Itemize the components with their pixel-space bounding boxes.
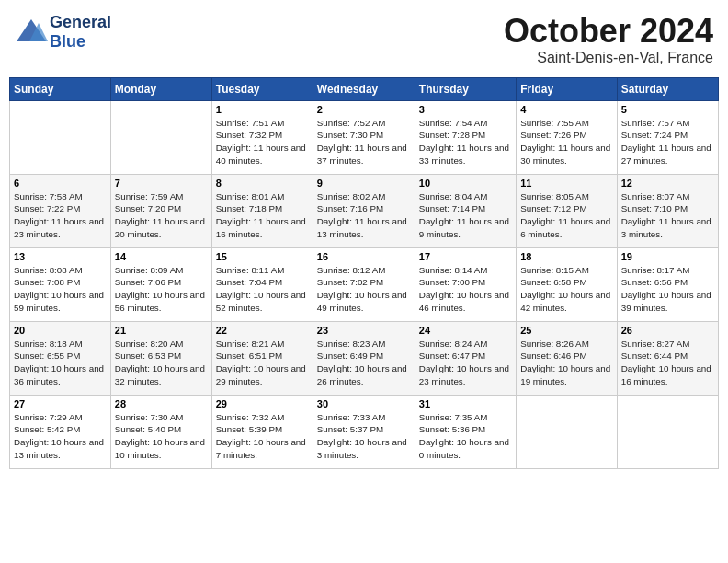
day-number: 25 xyxy=(520,325,613,336)
calendar-cell: 29Sunrise: 7:32 AMSunset: 5:39 PMDayligh… xyxy=(211,395,313,468)
day-info: Sunrise: 8:23 AMSunset: 6:49 PMDaylight:… xyxy=(317,338,411,388)
day-info: Sunrise: 7:55 AMSunset: 7:26 PMDaylight:… xyxy=(520,117,613,167)
day-info: Sunrise: 7:54 AMSunset: 7:28 PMDaylight:… xyxy=(419,117,512,167)
day-number: 29 xyxy=(216,398,309,409)
calendar-cell: 24Sunrise: 8:24 AMSunset: 6:47 PMDayligh… xyxy=(415,321,516,395)
day-info: Sunrise: 8:20 AMSunset: 6:53 PMDaylight:… xyxy=(115,338,208,388)
calendar-header-friday: Friday xyxy=(517,77,618,100)
calendar-cell: 5Sunrise: 7:57 AMSunset: 7:24 PMDaylight… xyxy=(617,100,718,174)
day-info: Sunrise: 7:30 AMSunset: 5:40 PMDaylight:… xyxy=(115,411,208,462)
calendar-cell: 16Sunrise: 8:12 AMSunset: 7:02 PMDayligh… xyxy=(313,247,415,321)
day-number: 21 xyxy=(115,325,208,336)
day-info: Sunrise: 7:51 AMSunset: 7:32 PMDaylight:… xyxy=(216,117,309,167)
calendar-cell xyxy=(110,100,211,174)
calendar-cell: 1Sunrise: 7:51 AMSunset: 7:32 PMDaylight… xyxy=(211,100,313,174)
logo-general: General xyxy=(50,13,111,31)
day-number: 10 xyxy=(419,178,512,189)
calendar-cell: 25Sunrise: 8:26 AMSunset: 6:46 PMDayligh… xyxy=(517,321,618,395)
day-number: 30 xyxy=(317,398,411,409)
calendar-cell: 7Sunrise: 7:59 AMSunset: 7:20 PMDaylight… xyxy=(110,174,211,247)
calendar-cell: 3Sunrise: 7:54 AMSunset: 7:28 PMDaylight… xyxy=(415,100,516,174)
calendar-cell: 11Sunrise: 8:05 AMSunset: 7:12 PMDayligh… xyxy=(517,174,618,247)
location: Saint-Denis-en-Val, France xyxy=(504,50,713,66)
day-number: 6 xyxy=(14,178,107,189)
day-info: Sunrise: 7:32 AMSunset: 5:39 PMDaylight:… xyxy=(216,411,309,462)
calendar-cell: 15Sunrise: 8:11 AMSunset: 7:04 PMDayligh… xyxy=(211,247,313,321)
day-info: Sunrise: 8:11 AMSunset: 7:04 PMDaylight:… xyxy=(216,264,309,315)
day-info: Sunrise: 7:52 AMSunset: 7:30 PMDaylight:… xyxy=(317,117,411,167)
month-title: October 2024 xyxy=(504,13,713,50)
day-number: 15 xyxy=(216,251,309,262)
day-info: Sunrise: 7:57 AMSunset: 7:24 PMDaylight:… xyxy=(621,117,714,167)
day-number: 24 xyxy=(419,325,512,336)
logo: General Blue xyxy=(15,13,111,52)
day-number: 26 xyxy=(621,325,714,336)
title-section: October 2024 Saint-Denis-en-Val, France xyxy=(504,13,713,66)
calendar-cell xyxy=(517,395,618,468)
calendar-week-1: 6Sunrise: 7:58 AMSunset: 7:22 PMDaylight… xyxy=(10,174,719,247)
calendar-header-tuesday: Tuesday xyxy=(211,77,313,100)
day-info: Sunrise: 8:14 AMSunset: 7:00 PMDaylight:… xyxy=(419,264,512,315)
day-info: Sunrise: 8:01 AMSunset: 7:18 PMDaylight:… xyxy=(216,190,309,241)
day-info: Sunrise: 8:26 AMSunset: 6:46 PMDaylight:… xyxy=(520,338,613,388)
day-number: 8 xyxy=(216,178,309,189)
day-number: 28 xyxy=(115,398,208,409)
day-number: 2 xyxy=(317,104,411,115)
calendar-cell: 31Sunrise: 7:35 AMSunset: 5:36 PMDayligh… xyxy=(415,395,516,468)
logo-blue: Blue xyxy=(50,32,85,51)
calendar-cell xyxy=(617,395,718,468)
calendar-header-thursday: Thursday xyxy=(415,77,516,100)
calendar-header-saturday: Saturday xyxy=(617,77,718,100)
day-info: Sunrise: 7:33 AMSunset: 5:37 PMDaylight:… xyxy=(317,411,411,462)
calendar-cell: 8Sunrise: 8:01 AMSunset: 7:18 PMDaylight… xyxy=(211,174,313,247)
day-info: Sunrise: 8:21 AMSunset: 6:51 PMDaylight:… xyxy=(216,338,309,388)
day-number: 5 xyxy=(621,104,714,115)
calendar-week-4: 27Sunrise: 7:29 AMSunset: 5:42 PMDayligh… xyxy=(10,395,719,468)
day-number: 13 xyxy=(14,251,107,262)
calendar-cell: 14Sunrise: 8:09 AMSunset: 7:06 PMDayligh… xyxy=(110,247,211,321)
day-info: Sunrise: 8:04 AMSunset: 7:14 PMDaylight:… xyxy=(419,190,512,241)
calendar-week-3: 20Sunrise: 8:18 AMSunset: 6:55 PMDayligh… xyxy=(10,321,719,395)
day-number: 11 xyxy=(520,178,613,189)
day-number: 12 xyxy=(621,178,714,189)
calendar-header-row: SundayMondayTuesdayWednesdayThursdayFrid… xyxy=(10,77,719,100)
calendar-cell: 9Sunrise: 8:02 AMSunset: 7:16 PMDaylight… xyxy=(313,174,415,247)
day-info: Sunrise: 8:07 AMSunset: 7:10 PMDaylight:… xyxy=(621,190,714,241)
day-number: 9 xyxy=(317,178,411,189)
calendar-cell: 30Sunrise: 7:33 AMSunset: 5:37 PMDayligh… xyxy=(313,395,415,468)
day-info: Sunrise: 7:35 AMSunset: 5:36 PMDaylight:… xyxy=(419,411,512,462)
calendar-cell: 22Sunrise: 8:21 AMSunset: 6:51 PMDayligh… xyxy=(211,321,313,395)
calendar-cell: 26Sunrise: 8:27 AMSunset: 6:44 PMDayligh… xyxy=(617,321,718,395)
calendar-cell: 28Sunrise: 7:30 AMSunset: 5:40 PMDayligh… xyxy=(110,395,211,468)
day-info: Sunrise: 8:15 AMSunset: 6:58 PMDaylight:… xyxy=(520,264,613,315)
day-number: 7 xyxy=(115,178,208,189)
calendar-header-monday: Monday xyxy=(110,77,211,100)
calendar-cell: 2Sunrise: 7:52 AMSunset: 7:30 PMDaylight… xyxy=(313,100,415,174)
day-number: 17 xyxy=(419,251,512,262)
calendar-header-sunday: Sunday xyxy=(10,77,111,100)
day-info: Sunrise: 8:09 AMSunset: 7:06 PMDaylight:… xyxy=(115,264,208,315)
day-number: 22 xyxy=(216,325,309,336)
day-info: Sunrise: 7:29 AMSunset: 5:42 PMDaylight:… xyxy=(14,411,107,462)
calendar-cell xyxy=(10,100,111,174)
day-number: 18 xyxy=(520,251,613,262)
day-info: Sunrise: 8:17 AMSunset: 6:56 PMDaylight:… xyxy=(621,264,714,315)
day-number: 20 xyxy=(14,325,107,336)
day-number: 4 xyxy=(520,104,613,115)
day-number: 16 xyxy=(317,251,411,262)
calendar-cell: 17Sunrise: 8:14 AMSunset: 7:00 PMDayligh… xyxy=(415,247,516,321)
day-number: 31 xyxy=(419,398,512,409)
calendar-cell: 27Sunrise: 7:29 AMSunset: 5:42 PMDayligh… xyxy=(10,395,111,468)
calendar-cell: 4Sunrise: 7:55 AMSunset: 7:26 PMDaylight… xyxy=(517,100,618,174)
calendar-header-wednesday: Wednesday xyxy=(313,77,415,100)
calendar-cell: 19Sunrise: 8:17 AMSunset: 6:56 PMDayligh… xyxy=(617,247,718,321)
day-number: 19 xyxy=(621,251,714,262)
calendar-table: SundayMondayTuesdayWednesdayThursdayFrid… xyxy=(9,77,719,469)
day-number: 27 xyxy=(14,398,107,409)
calendar-cell: 12Sunrise: 8:07 AMSunset: 7:10 PMDayligh… xyxy=(617,174,718,247)
day-number: 23 xyxy=(317,325,411,336)
calendar-cell: 23Sunrise: 8:23 AMSunset: 6:49 PMDayligh… xyxy=(313,321,415,395)
calendar-cell: 10Sunrise: 8:04 AMSunset: 7:14 PMDayligh… xyxy=(415,174,516,247)
calendar-cell: 20Sunrise: 8:18 AMSunset: 6:55 PMDayligh… xyxy=(10,321,111,395)
calendar-cell: 18Sunrise: 8:15 AMSunset: 6:58 PMDayligh… xyxy=(517,247,618,321)
